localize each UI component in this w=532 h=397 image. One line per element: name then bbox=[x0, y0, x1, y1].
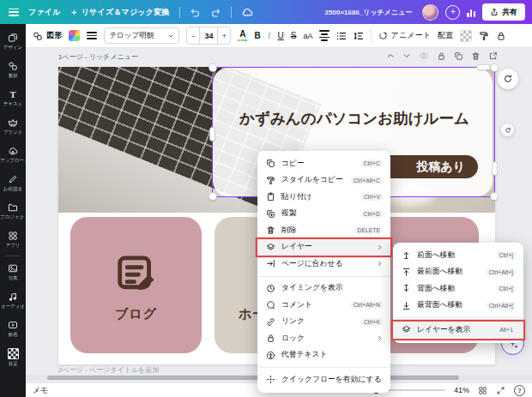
design-title-text[interactable]: かずみんのパソコンお助けルーム bbox=[216, 108, 493, 129]
font-size-value[interactable]: 34 bbox=[199, 27, 218, 44]
rotate-button[interactable] bbox=[498, 69, 518, 89]
sidebar-item-draw[interactable]: お絵描き bbox=[0, 169, 26, 197]
sidebar-item-text[interactable]: T テキスト bbox=[0, 84, 26, 112]
sidebar-item-uploads[interactable]: アップロード bbox=[0, 141, 26, 169]
submenu-item-send-to-back[interactable]: 最背面へ移動 Ctrl+Alt+[ bbox=[393, 298, 523, 315]
font-family-select[interactable]: テロップ明朝 bbox=[104, 27, 179, 44]
position-button[interactable]: 配置 bbox=[438, 30, 453, 41]
menu-divider bbox=[257, 367, 390, 368]
border-style-icon[interactable] bbox=[87, 32, 97, 39]
sidebar-item-brand[interactable]: ブランド bbox=[0, 112, 26, 141]
sidebar-item-projects[interactable]: プロジェクト bbox=[0, 197, 26, 226]
menu-item-copy[interactable]: コピー Ctrl+C bbox=[257, 155, 390, 172]
spacing-icon[interactable] bbox=[354, 31, 364, 41]
list-icon[interactable] bbox=[336, 31, 347, 41]
copy-style-icon[interactable] bbox=[479, 31, 489, 41]
delete-page-icon[interactable] bbox=[471, 51, 481, 61]
transparency-icon[interactable] bbox=[460, 30, 472, 42]
lock-icon bbox=[265, 334, 275, 343]
rotate-small-button[interactable] bbox=[501, 123, 514, 136]
menu-item-comment[interactable]: コメント Ctrl+Alt+N bbox=[257, 297, 390, 314]
move-to-front-icon bbox=[401, 268, 411, 277]
undo-icon[interactable] bbox=[190, 7, 201, 18]
sidebar-divider bbox=[5, 256, 21, 256]
zoom-level[interactable]: 41% bbox=[454, 386, 469, 394]
fullscreen-icon[interactable] bbox=[496, 386, 505, 395]
shortcut-badge: DELETE bbox=[355, 226, 383, 234]
resize-magic-button[interactable]: リサイズ＆マジック変換 bbox=[70, 7, 170, 18]
sidebar-item-photos[interactable]: 写真 bbox=[0, 258, 26, 286]
sidebar-item-apps[interactable]: アプリ bbox=[0, 226, 26, 254]
notes-button[interactable]: メモ bbox=[33, 385, 48, 396]
menu-item-copy-style[interactable]: スタイルをコピー Ctrl+Alt+C bbox=[257, 172, 390, 189]
share-button[interactable]: 共有 bbox=[482, 3, 525, 21]
menu-item-paste[interactable]: 貼り付け Ctrl+V bbox=[257, 189, 390, 206]
submenu-item-send-backward[interactable]: 背面へ移動 Ctrl+[ bbox=[393, 280, 523, 298]
copy-style-icon bbox=[265, 176, 275, 185]
font-size-increase[interactable]: + bbox=[218, 27, 230, 44]
shape-button[interactable]: 図形 bbox=[33, 30, 62, 41]
scrollbar-thumb[interactable] bbox=[47, 376, 459, 380]
redo-icon[interactable] bbox=[210, 7, 221, 18]
text-case-button[interactable]: aA bbox=[303, 32, 312, 40]
hide-page-icon[interactable] bbox=[419, 51, 429, 61]
sidebar-item-elements[interactable]: 素材 bbox=[0, 56, 26, 84]
magic-wand-icon bbox=[70, 9, 78, 16]
sidebar-item-design[interactable]: デザイン bbox=[0, 27, 26, 56]
lock-page-icon[interactable] bbox=[437, 51, 446, 61]
submenu-item-bring-forward[interactable]: 前面へ移動 Ctrl+] bbox=[393, 247, 523, 264]
paste-icon bbox=[265, 192, 275, 202]
strikethrough-button[interactable]: S bbox=[291, 31, 297, 40]
menu-item-quickflow[interactable]: クイックフローを有効にする bbox=[257, 371, 390, 388]
submenu-chevron-icon bbox=[377, 261, 383, 267]
menu-item-layers[interactable]: レイヤー bbox=[257, 239, 390, 256]
sidebar-item-background[interactable]: 背景 bbox=[0, 343, 26, 371]
menu-item-delete[interactable]: 削除 DELETE bbox=[257, 222, 390, 239]
document-title[interactable]: 2500×1686_リッチメニュー bbox=[325, 8, 413, 17]
tile-blog[interactable]: ブログ bbox=[70, 217, 202, 353]
sidebar-item-audio[interactable]: オーディオ bbox=[0, 286, 26, 315]
page1-label[interactable]: 1ページ - リッチメニュー bbox=[58, 52, 138, 62]
fill-color-swatch[interactable] bbox=[69, 30, 80, 41]
shortcut-badge: Ctrl+[ bbox=[497, 285, 516, 292]
menu-item-fit-page[interactable]: ページに合わせる bbox=[257, 256, 390, 273]
avatar[interactable] bbox=[422, 4, 438, 21]
menu-item-show-timing[interactable]: タイミングを表示 bbox=[257, 280, 390, 298]
font-size-decrease[interactable]: − bbox=[187, 27, 199, 44]
move-page-down-icon[interactable] bbox=[402, 51, 411, 60]
left-sidebar: デザイン 素材 T テキスト ブランド アップロード お絵描き プロジェクト ア… bbox=[0, 24, 26, 397]
lock-icon[interactable] bbox=[496, 31, 506, 41]
sidebar-item-video[interactable]: 動画 bbox=[0, 315, 26, 343]
add-member-button[interactable]: + bbox=[445, 5, 460, 20]
bold-button[interactable]: B bbox=[254, 31, 260, 40]
shortcut-badge: Ctrl+Alt+C bbox=[351, 177, 383, 184]
text-color-button[interactable]: A bbox=[238, 30, 247, 42]
underline-button[interactable]: U bbox=[278, 31, 284, 40]
move-backward-icon bbox=[401, 284, 411, 293]
text-align-icon[interactable] bbox=[319, 30, 329, 40]
animate-button[interactable]: アニメート bbox=[378, 30, 431, 41]
add-page-icon[interactable] bbox=[488, 51, 498, 61]
menu-item-link[interactable]: リンク Ctrl+K bbox=[257, 314, 390, 331]
italic-button[interactable]: I bbox=[268, 31, 271, 40]
submenu-chevron-icon bbox=[377, 244, 383, 250]
submenu-item-bring-to-front[interactable]: 最前面へ移動 Ctrl+Alt+] bbox=[393, 264, 523, 281]
shortcut-badge: Ctrl+Alt+N bbox=[351, 301, 383, 309]
menu-item-lock[interactable]: ロック bbox=[257, 330, 390, 347]
submenu-item-show-layers[interactable]: レイヤーを表示 Alt+1 bbox=[393, 322, 523, 339]
duplicate-page-icon[interactable] bbox=[454, 51, 463, 61]
grid-view-icon[interactable] bbox=[478, 386, 487, 395]
help-button[interactable]: ? bbox=[514, 385, 525, 396]
layers-icon bbox=[265, 243, 275, 252]
hamburger-menu-icon[interactable] bbox=[9, 9, 19, 16]
file-menu-button[interactable]: ファイル bbox=[28, 7, 61, 18]
move-page-up-icon[interactable] bbox=[386, 51, 395, 60]
duplicate-icon bbox=[265, 209, 275, 219]
page2-label[interactable]: 2ページ - ページタイトルを追加 bbox=[58, 365, 159, 375]
accessibility-icon bbox=[265, 351, 275, 360]
menu-item-alt-text[interactable]: 代替テキスト bbox=[257, 347, 390, 364]
insights-icon[interactable] bbox=[467, 8, 475, 17]
design-icon bbox=[8, 33, 18, 43]
layers-icon bbox=[401, 325, 411, 334]
menu-item-duplicate[interactable]: 複製 Ctrl+D bbox=[257, 206, 390, 223]
